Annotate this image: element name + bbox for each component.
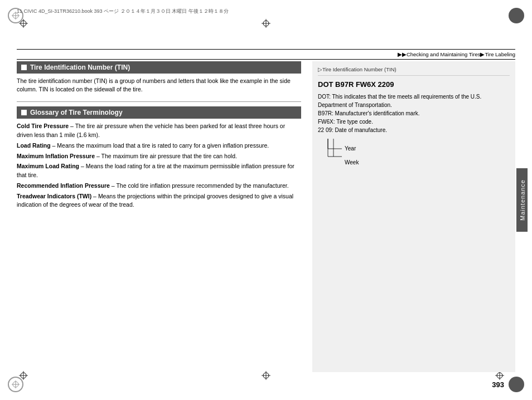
glossary-section-title: Glossary of Tire Terminology	[30, 109, 123, 116]
side-tab-label: Maintenance	[519, 179, 526, 221]
page-number: 393	[492, 381, 504, 389]
bracket-svg	[322, 139, 345, 159]
header-navigation: ▶▶Tire Identification Number (TIN)Checki…	[17, 49, 515, 60]
left-column: Tire Identification Number (TIN) The tir…	[17, 61, 307, 372]
glossary-terms-container: Cold Tire Pressure – The tire air pressu…	[17, 122, 301, 209]
tin-desc-line: FW6X: Tire type code.	[318, 118, 510, 126]
tin-section-body: The tire identification number (TIN) is …	[17, 77, 301, 94]
tin-desc-line: DOT: This indicates that the tire meets …	[318, 92, 510, 109]
nav-prefix: ▶▶	[398, 51, 407, 57]
crosshair-tl	[19, 19, 28, 29]
glossary-term: Maximum Load Rating – Means the load rat…	[17, 162, 301, 180]
glossary-term: Cold Tire Pressure – The tire air pressu…	[17, 122, 301, 140]
side-tab-maintenance: Maintenance	[516, 168, 528, 232]
tin-code: DOT B97R FW6X 2209	[318, 79, 510, 90]
year-label: Year	[345, 144, 359, 153]
tin-desc-container: DOT: This indicates that the tire meets …	[318, 92, 510, 134]
tin-section-header: Tire Identification Number (TIN)	[17, 61, 301, 74]
tin-section-title: Tire Identification Number (TIN)	[30, 64, 130, 71]
tin-descriptions: DOT: This indicates that the tire meets …	[318, 92, 510, 134]
right-panel-title: ▷Tire Identification Number (TIN)	[318, 66, 510, 76]
glossary-term: Treadwear Indicators (TWI) – Means the p…	[17, 192, 301, 210]
nav-checking: Checking and Maintaining Tires▶Tire Labe…	[407, 51, 515, 57]
section-divider	[17, 101, 301, 102]
main-content: Tire Identification Number (TIN) The tir…	[17, 61, 515, 372]
glossary-section-header: Glossary of Tire Terminology	[17, 106, 301, 119]
nav-text: ▶▶Tire Identification Number (TIN)Checki…	[398, 51, 515, 57]
corner-decoration-br	[509, 377, 524, 392]
tin-body-text: The tire identification number (TIN) is …	[17, 77, 291, 92]
yw-labels: Year Week	[345, 139, 359, 167]
glossary-term: Load Rating – Means the maximum load tha…	[17, 142, 301, 150]
tin-desc-line: B97R: Manufacturer's identification mark…	[318, 109, 510, 118]
page-number-value: 393	[492, 381, 504, 389]
glossary-term: Maximum Inflation Pressure – The maximum…	[17, 152, 301, 161]
section-marker-glossary	[21, 110, 27, 115]
glossary-body: Cold Tire Pressure – The tire air pressu…	[17, 122, 301, 209]
meta-text: 11 CIVIC 4D_SI-31TR36210.book 393 ページ ２０…	[17, 8, 229, 15]
yw-container: Year Week	[318, 139, 510, 167]
right-panel: ▷Tire Identification Number (TIN) DOT B9…	[312, 61, 515, 372]
crosshair-br	[495, 371, 504, 381]
glossary-term: Recommended Inflation Pressure – The col…	[17, 182, 301, 191]
tin-desc-line: 22 09: Date of manufacture.	[318, 126, 510, 134]
week-label: Week	[345, 158, 359, 167]
top-metadata: 11 CIVIC 4D_SI-31TR36210.book 393 ページ ２０…	[17, 8, 515, 15]
crosshair-tc	[262, 19, 270, 29]
section-marker-tin	[21, 65, 27, 70]
year-week-diagram: Year Week	[318, 139, 510, 167]
crosshair-bc	[262, 371, 270, 381]
crosshair-bl	[19, 371, 28, 381]
